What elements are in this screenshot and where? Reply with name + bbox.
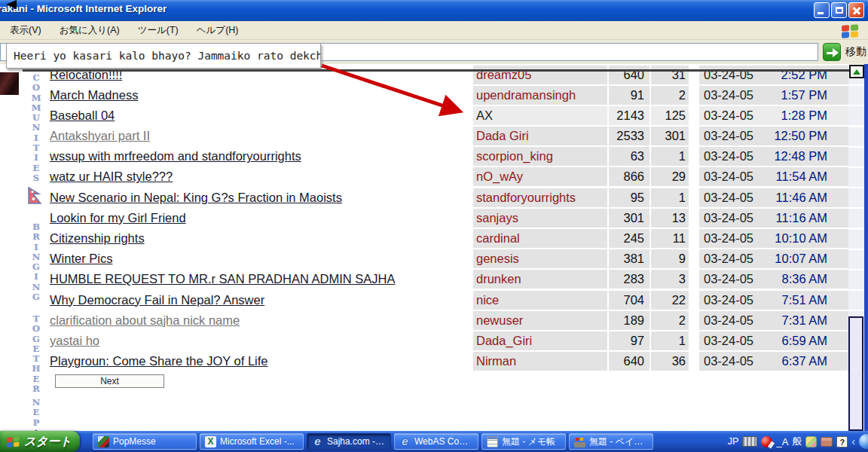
table-cell-datetime: 03-24-05 6:37 AM xyxy=(699,352,848,371)
table-cell-views: 640 xyxy=(609,66,649,84)
table-cell-username[interactable]: Dada_Giri xyxy=(473,331,607,350)
table-row: standforyourrights 95 1 03-24-05 11:46 A… xyxy=(473,188,848,207)
topic-link[interactable]: watz ur HAIR style??? xyxy=(50,170,173,183)
table-cell-replies: 22 xyxy=(651,291,689,310)
table-cell-username[interactable]: drunken xyxy=(473,270,607,289)
next-page-button[interactable]: Next xyxy=(55,374,164,388)
taskbar-task-button[interactable]: e WebAS Compone... xyxy=(394,433,478,450)
table-cell-username[interactable]: genesis xyxy=(473,249,607,268)
vertical-letter: B xyxy=(30,222,42,232)
table-cell-replies: 9 xyxy=(651,249,689,268)
ime-caps-status[interactable]: _A xyxy=(776,436,788,447)
taskbar-task-button[interactable]: 無題 - メモ帳 xyxy=(481,433,566,450)
table-cell-datetime: 03-24-05 7:31 AM xyxy=(699,311,848,330)
table-cell-datetime: 03-24-05 6:59 AM xyxy=(699,331,848,350)
table-cell-username[interactable]: Dada Giri xyxy=(473,127,607,145)
topic-link[interactable]: New Scenario in Nepal: King G?s Fraction… xyxy=(50,191,342,204)
table-cell-replies: 2 xyxy=(651,311,689,330)
topic-link[interactable]: clarification about sajha nick name xyxy=(50,313,240,327)
task-button-label: Sajha.com - Kura... xyxy=(327,436,386,447)
topic-row: HUMBLE REQUEST TO MR.r SAN PRADHAN ADMIN… xyxy=(50,270,395,290)
language-indicator[interactable]: JP xyxy=(728,436,739,447)
topic-row: clarification about sajha nick name xyxy=(50,311,395,331)
task-button-label: PopMesse xyxy=(113,436,156,447)
table-cell-date: 03-24-05 xyxy=(699,188,753,207)
menu-item[interactable]: ツール(T) xyxy=(138,24,179,37)
palette-icon[interactable] xyxy=(805,436,817,447)
table-cell-views: 245 xyxy=(609,229,649,248)
table-cell-datetime: 03-24-05 11:46 AM xyxy=(699,188,848,207)
chevron-left-icon[interactable]: ‹ xyxy=(851,436,855,447)
table-cell-date: 03-24-05 xyxy=(699,270,753,289)
keyboard-icon[interactable] xyxy=(742,436,757,447)
table-cell-username[interactable]: sanjays xyxy=(473,209,607,228)
table-row: Dada Giri 2533 301 03-24-05 12:50 PM xyxy=(473,127,848,145)
menu-item[interactable]: 表示(V) xyxy=(10,24,41,37)
taskbar-task-button[interactable]: PopMesse xyxy=(93,433,197,450)
table-row: scorpion_king 63 1 03-24-05 12:48 PM xyxy=(473,147,848,166)
topic-link[interactable]: HUMBLE REQUEST TO MR.r SAN PRADHAN ADMIN… xyxy=(50,272,395,286)
table-cell-time: 11:16 AM xyxy=(776,209,849,228)
topic-row: Antakshyari part II xyxy=(50,127,395,147)
table-cell-date: 03-24-05 xyxy=(699,127,753,145)
vertical-letter: N xyxy=(30,252,42,262)
window-title: rakani - Microsoft Internet Explorer xyxy=(0,3,167,14)
task-buttons: PopMesse X Microsoft Excel -... e Sajha.… xyxy=(93,433,653,450)
sidebar-vertical-word-bringing: BRINGING xyxy=(30,222,42,302)
vertical-letter: I xyxy=(30,243,42,252)
table-cell-username[interactable]: Nirman xyxy=(473,352,607,371)
table-cell-username[interactable]: AX xyxy=(473,106,607,125)
table-cell-username[interactable]: nO_wAy xyxy=(473,167,607,186)
table-cell-username[interactable]: upendramansingh xyxy=(473,86,607,105)
topic-link[interactable]: Lookin for my Girl Friend xyxy=(50,211,186,224)
table-cell-date: 03-24-05 xyxy=(699,229,753,248)
go-button-label[interactable]: 移動 xyxy=(845,45,866,59)
table-cell-username[interactable]: standforyourrights xyxy=(473,188,607,207)
topic-row: Why Democracy Fail in Nepal? Answer xyxy=(50,291,395,311)
ime-pen-icon[interactable] xyxy=(761,436,772,447)
title-bar[interactable]: rakani - Microsoft Internet Explorer xyxy=(0,0,868,21)
network-globe-icon[interactable] xyxy=(859,434,868,449)
sidebar-vertical-word-communities: COMMUNITIES xyxy=(30,73,42,183)
table-cell-username[interactable]: dreamz05 xyxy=(473,66,607,84)
taskbar-task-button[interactable]: e Sajha.com - Kura... xyxy=(307,433,391,450)
table-cell-replies: 3 xyxy=(651,270,689,289)
topic-link[interactable]: Antakshyari part II xyxy=(50,129,150,142)
vertical-letter: E xyxy=(30,163,42,173)
topic-link[interactable]: March Madness xyxy=(50,88,138,102)
ime-mode-label[interactable]: 般 xyxy=(792,435,802,448)
scrollbar-thumb[interactable] xyxy=(848,316,863,431)
maximize-button[interactable] xyxy=(831,2,847,18)
toolbox-icon[interactable] xyxy=(821,437,833,447)
table-cell-replies: 1 xyxy=(651,331,689,350)
taskbar-task-button[interactable]: 無題 - ペイント xyxy=(569,433,653,450)
close-button[interactable] xyxy=(848,2,864,18)
table-cell-time: 8:36 AM xyxy=(781,270,848,289)
menu-item[interactable]: ヘルプ(H) xyxy=(197,24,239,37)
topic-list: Relocation!!!! March Madness Baseball 04… xyxy=(50,66,395,373)
help-icon[interactable]: ? xyxy=(836,436,848,447)
vertical-letter: G xyxy=(30,262,42,272)
forum-stats-table: dreamz05 640 31 03-24-05 2:52 PM upendra… xyxy=(473,66,848,373)
topic-link[interactable]: Baseball 04 xyxy=(50,108,115,122)
taskbar-task-button[interactable]: X Microsoft Excel -... xyxy=(200,433,304,450)
table-cell-username[interactable]: scorpion_king xyxy=(473,147,607,166)
table-cell-username[interactable]: cardinal xyxy=(473,229,607,248)
table-cell-username[interactable]: newuser xyxy=(473,311,607,330)
topic-link[interactable]: Why Democracy Fail in Nepal? Answer xyxy=(50,293,264,307)
go-button[interactable] xyxy=(823,43,841,61)
table-row: upendramansingh 91 2 03-24-05 1:57 PM xyxy=(473,86,848,105)
scroll-up-button[interactable] xyxy=(849,65,864,78)
table-cell-username[interactable]: nice xyxy=(473,291,607,310)
taskbar: スタート PopMesse X Microsoft Excel -... e S… xyxy=(0,431,868,452)
start-button[interactable]: スタート xyxy=(0,431,80,452)
windows-logo-icon xyxy=(839,23,860,39)
minimize-button[interactable] xyxy=(814,2,830,18)
topic-link[interactable]: Playgroun: Come Share the JOY of Life xyxy=(50,354,268,368)
topic-link[interactable]: Citizenship rights xyxy=(50,231,145,245)
topic-row: Playgroun: Come Share the JOY of Life xyxy=(50,352,395,372)
topic-link[interactable]: wssup with mrfreedom and standforyourrig… xyxy=(50,149,301,163)
topic-link[interactable]: yastai ho xyxy=(50,334,99,347)
topic-link[interactable]: Winter Pics xyxy=(50,252,112,265)
menu-item[interactable]: お気に入り(A) xyxy=(60,24,120,37)
